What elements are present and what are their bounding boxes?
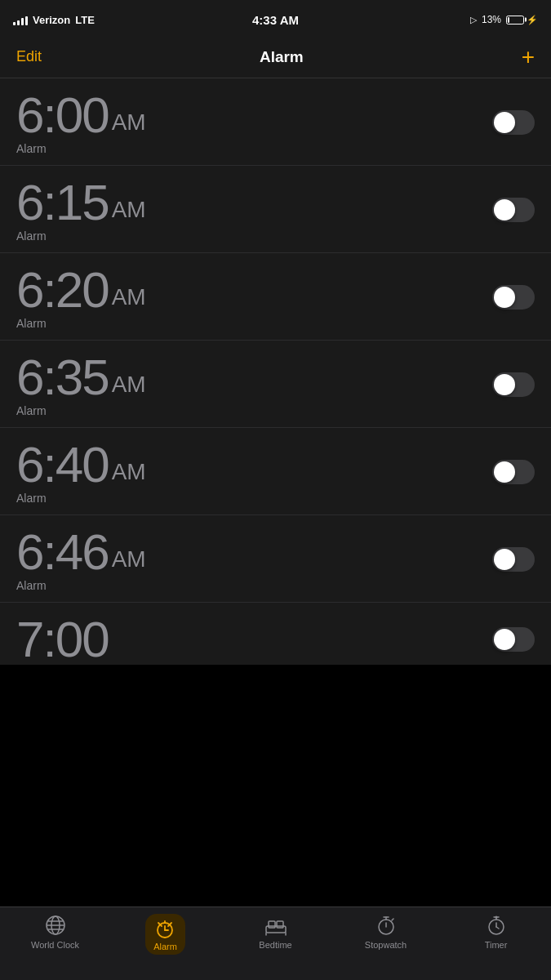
page-title: Alarm bbox=[260, 48, 304, 66]
alarm-item-7-partial[interactable]: 7:00 bbox=[0, 603, 551, 665]
toggle-knob-2 bbox=[494, 199, 515, 220]
alarm-time-6: 6:46 AM bbox=[16, 527, 146, 577]
alarm-item-2[interactable]: 6:15 AM Alarm bbox=[0, 166, 551, 253]
tab-world-clock[interactable]: World Clock bbox=[0, 914, 110, 950]
signal-bar-1 bbox=[13, 22, 16, 25]
edit-button[interactable]: Edit bbox=[16, 48, 42, 65]
alarm-item-4[interactable]: 6:35 AM Alarm bbox=[0, 341, 551, 428]
alarm-toggle-3[interactable] bbox=[492, 285, 535, 310]
world-clock-icon bbox=[44, 914, 67, 937]
alarm-toggle-6[interactable] bbox=[492, 547, 535, 572]
alarm-item-3[interactable]: 6:20 AM Alarm bbox=[0, 253, 551, 341]
alarm-icon bbox=[153, 917, 176, 940]
alarm-item-5[interactable]: 6:40 AM Alarm bbox=[0, 428, 551, 515]
alarm-item-6[interactable]: 6:46 AM Alarm bbox=[0, 515, 551, 603]
bedtime-icon bbox=[264, 914, 287, 937]
alarm-time-5: 6:40 AM bbox=[16, 439, 146, 490]
alarm-toggle-7[interactable] bbox=[492, 627, 535, 652]
nav-header: Edit Alarm + bbox=[0, 36, 551, 78]
alarm-tab-background: Alarm bbox=[145, 914, 185, 955]
alarm-toggle-4[interactable] bbox=[492, 372, 535, 397]
alarm-list: 6:00 AM Alarm 6:15 AM Alarm bbox=[0, 78, 551, 906]
alarm-toggle-1[interactable] bbox=[492, 110, 535, 135]
toggle-knob-7 bbox=[494, 629, 515, 650]
battery-percent: 13% bbox=[482, 14, 501, 25]
alarm-info-1: 6:00 AM Alarm bbox=[16, 90, 146, 155]
alarm-info-3: 6:20 AM Alarm bbox=[16, 265, 146, 330]
alarm-info-7: 7:00 bbox=[16, 614, 109, 665]
battery-icon: ⚡ bbox=[506, 15, 538, 25]
timer-icon bbox=[485, 914, 508, 937]
svg-point-26 bbox=[495, 916, 497, 919]
alarm-time-3: 6:20 AM bbox=[16, 265, 146, 315]
svg-rect-12 bbox=[269, 921, 275, 928]
tab-bedtime[interactable]: Bedtime bbox=[220, 914, 331, 950]
signal-bars bbox=[13, 14, 28, 25]
svg-line-20 bbox=[392, 919, 393, 920]
status-right: ▷ 13% ⚡ bbox=[470, 14, 538, 25]
alarm-info-4: 6:35 AM Alarm bbox=[16, 352, 146, 417]
toggle-knob-5 bbox=[494, 461, 515, 483]
alarm-time-7: 7:00 bbox=[16, 614, 109, 665]
alarm-list-container: 6:00 AM Alarm 6:15 AM Alarm bbox=[0, 78, 551, 665]
toggle-knob-6 bbox=[494, 549, 515, 570]
tab-alarm[interactable]: Alarm bbox=[110, 914, 220, 955]
alarm-info-5: 6:40 AM Alarm bbox=[16, 439, 146, 505]
alarm-toggle-2[interactable] bbox=[492, 198, 535, 222]
tab-stopwatch[interactable]: Stopwatch bbox=[331, 914, 441, 950]
svg-line-23 bbox=[496, 927, 499, 929]
network-label: LTE bbox=[75, 14, 95, 26]
status-bar: Verizon LTE 4:33 AM ▷ 13% ⚡ bbox=[0, 0, 551, 36]
carrier-label: Verizon bbox=[33, 14, 70, 26]
signal-bar-3 bbox=[21, 18, 24, 25]
alarm-time-4: 6:35 AM bbox=[16, 352, 146, 403]
signal-bar-4 bbox=[25, 16, 28, 25]
alarm-time-1: 6:00 AM bbox=[16, 90, 146, 140]
alarm-toggle-5[interactable] bbox=[492, 460, 535, 484]
world-clock-label: World Clock bbox=[31, 940, 79, 950]
bedtime-label: Bedtime bbox=[259, 940, 291, 950]
add-alarm-button[interactable]: + bbox=[522, 46, 535, 69]
status-left: Verizon LTE bbox=[13, 14, 95, 26]
stopwatch-label: Stopwatch bbox=[365, 940, 407, 950]
location-icon: ▷ bbox=[470, 15, 477, 25]
timer-label: Timer bbox=[485, 940, 508, 950]
alarm-item-1[interactable]: 6:00 AM Alarm bbox=[0, 78, 551, 166]
alarm-time-2: 6:15 AM bbox=[16, 177, 146, 228]
status-time: 4:33 AM bbox=[252, 13, 299, 27]
svg-rect-13 bbox=[277, 921, 283, 928]
toggle-knob-1 bbox=[494, 112, 515, 133]
tab-timer[interactable]: Timer bbox=[441, 914, 551, 950]
stopwatch-icon bbox=[375, 914, 398, 937]
alarm-info-2: 6:15 AM Alarm bbox=[16, 177, 146, 243]
alarm-info-6: 6:46 AM Alarm bbox=[16, 527, 146, 592]
toggle-knob-3 bbox=[494, 287, 515, 308]
toggle-knob-4 bbox=[494, 374, 515, 395]
signal-bar-2 bbox=[17, 20, 20, 25]
tab-bar: World Clock Alarm bbox=[0, 906, 551, 980]
alarm-label: Alarm bbox=[153, 942, 177, 951]
